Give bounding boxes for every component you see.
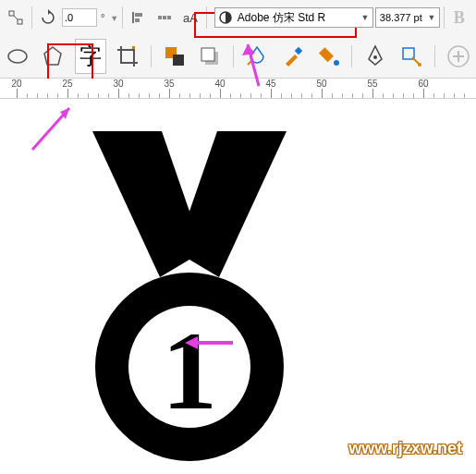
font-family-label: Adobe 仿宋 Std R [236,10,358,26]
font-size-label: 38.377 pt [380,12,424,23]
svg-marker-12 [44,47,61,65]
svg-line-31 [32,108,69,150]
separator [151,45,152,67]
shadow-tool-icon[interactable] [196,41,224,72]
stepper-icon[interactable]: ▾ [110,10,117,25]
rotate-icon[interactable] [36,6,60,30]
eyedropper-tool-icon[interactable] [279,41,307,72]
svg-rect-13 [132,46,135,49]
separator [233,45,234,67]
align-dist-icon[interactable] [153,6,177,30]
rotation-input[interactable] [62,8,97,27]
separator [122,6,123,29]
svg-point-11 [8,50,27,63]
crop-tool-icon[interactable] [114,41,141,72]
annotation-arrow-1 [28,99,83,154]
fill-swap-icon[interactable] [161,41,189,72]
svg-rect-7 [163,16,166,19]
snap-toggle-icon[interactable] [4,6,28,30]
svg-text:aA: aA [183,11,198,25]
separator [351,45,352,67]
chevron-down-icon[interactable]: ▼ [424,8,439,27]
svg-rect-17 [201,48,214,61]
svg-marker-32 [60,108,69,119]
caps-icon[interactable]: aA [178,6,202,30]
font-size-combo[interactable]: 38.377 pt ▼ [375,7,440,28]
svg-rect-6 [158,16,162,19]
horizontal-ruler: 202530354045505560 [0,79,476,99]
svg-rect-18 [295,47,302,55]
svg-point-19 [334,60,339,66]
svg-point-20 [373,55,377,59]
fill-bucket-icon[interactable] [314,41,342,72]
svg-rect-1 [18,19,22,24]
text-tool-button[interactable]: 字 [75,39,106,74]
font-family-combo[interactable]: Adobe 仿宋 Std R ▼ [214,7,373,28]
add-tool-icon[interactable] [445,41,472,72]
svg-rect-0 [9,11,14,16]
svg-rect-4 [135,13,142,17]
svg-marker-27 [176,131,287,277]
canvas-area[interactable]: 1 www.rjzxw.net [0,99,476,474]
svg-rect-15 [173,55,184,66]
chevron-down-icon[interactable]: ▼ [358,8,372,27]
svg-text:1: 1 [162,310,217,432]
svg-line-2 [14,16,18,19]
svg-point-22 [418,63,421,67]
font-type-icon [218,10,233,25]
text-tool-glyph: 字 [79,42,102,71]
separator [206,6,207,29]
shape-edit-icon[interactable] [397,41,425,72]
transparency-tool-icon[interactable] [243,41,271,72]
polygon-tool-icon[interactable] [39,41,67,72]
svg-rect-8 [167,16,171,19]
separator [31,6,32,29]
ellipse-tool-icon[interactable] [4,41,31,72]
svg-rect-5 [135,18,140,22]
separator [434,45,435,67]
rotation-unit-label: ° [101,12,104,23]
bold-button[interactable]: B [448,6,470,29]
pen-tool-icon[interactable] [361,41,389,72]
medal-shape: 1 [79,131,300,464]
watermark-text: www.rjzxw.net [348,439,462,458]
separator [444,6,445,29]
align-left-icon[interactable] [127,6,151,30]
